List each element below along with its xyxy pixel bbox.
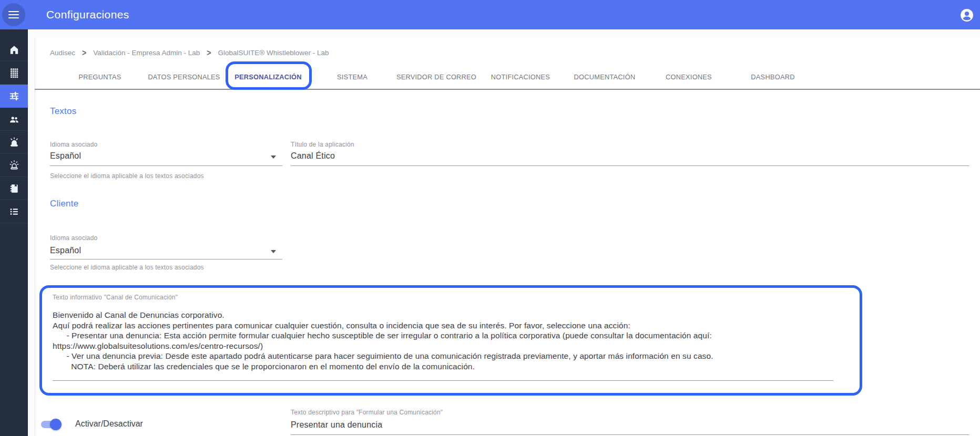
breadcrumb: Audisec > Validación - Empresa Admin - L… (50, 48, 329, 57)
list-icon (8, 206, 20, 217)
chevron-down-icon[interactable] (271, 155, 276, 159)
tab-documentacion[interactable]: DOCUMENTACIÓN (563, 64, 647, 89)
field-helper: Seleccione el idioma aplicable a los tex… (50, 264, 204, 271)
siren-outline-icon (8, 160, 20, 171)
account-circle-icon (960, 8, 974, 22)
info-textarea[interactable]: Bienvenido al Canal de Denuncias corpora… (53, 310, 841, 372)
app-header: Configuraciones (0, 0, 980, 29)
tab-notificaciones[interactable]: NOTIFICACIONES (478, 64, 563, 89)
home-icon (8, 44, 20, 56)
page-title: Configuraciones (46, 0, 129, 29)
sidebar-item-incidents[interactable] (0, 154, 28, 177)
section-heading-cliente: Cliente (50, 199, 78, 209)
sidebar-item-documentation[interactable] (0, 177, 28, 200)
input-underline (291, 165, 969, 166)
tab-datos-personales[interactable]: DATOS PERSONALES (142, 64, 226, 89)
hamburger-icon (8, 9, 19, 20)
content-card-left-border (35, 38, 35, 436)
tab-conexiones[interactable]: CONEXIONES (647, 64, 731, 89)
configurations-page: Configuraciones (0, 0, 980, 436)
building-icon (8, 67, 20, 79)
sidebar-nav (0, 29, 28, 436)
input-underline (50, 165, 282, 166)
sidebar-item-lists[interactable] (0, 200, 28, 223)
tab-preguntas[interactable]: PREGUNTAS (58, 64, 142, 89)
tabs-divider (35, 89, 980, 90)
select-value: Español (50, 246, 81, 255)
info-text-highlight-ring: Texto informativo "Canal de Comunicación… (39, 285, 862, 396)
siren-filled-icon (8, 137, 20, 148)
tab-sistema[interactable]: SISTEMA (310, 64, 394, 89)
breadcrumb-item-module[interactable]: GlobalSUITE® Whistleblower - Lab (218, 49, 329, 57)
activate-toggle[interactable] (41, 421, 60, 428)
people-icon (8, 113, 20, 125)
sidebar-item-settings[interactable] (0, 85, 28, 108)
hamburger-menu-button[interactable] (2, 3, 25, 26)
select-value: Español (50, 151, 81, 161)
tab-personalizacion[interactable]: PERSONALIZACIÓN (226, 64, 310, 89)
sidebar-item-home[interactable] (0, 38, 28, 61)
sidebar-item-users[interactable] (0, 108, 28, 131)
field-label: Texto descriptivo para "Formular una Com… (291, 409, 443, 416)
field-helper: Seleccione el idioma aplicable a los tex… (50, 172, 204, 180)
field-label: Idioma asociado (50, 234, 97, 242)
field-label: Título de la aplicación (291, 141, 354, 148)
chevron-right-icon: > (82, 48, 86, 57)
tab-bar: PREGUNTAS DATOS PERSONALES PERSONALIZACI… (58, 64, 815, 89)
section-heading-textos: Textos (50, 106, 76, 117)
sidebar-item-alerts[interactable] (0, 131, 28, 154)
sliders-icon (8, 90, 20, 102)
toggle-thumb (50, 419, 62, 430)
field-label: Idioma asociado (50, 141, 97, 148)
tab-servidor-de-correo[interactable]: SERVIDOR DE CORREO (394, 64, 478, 89)
breadcrumb-item-audisec[interactable]: Audisec (50, 49, 75, 57)
textarea-underline (53, 380, 833, 381)
toggle-label: Activar/Desactivar (75, 419, 143, 429)
input-underline (50, 259, 282, 259)
account-button[interactable] (960, 8, 974, 22)
chevron-down-icon[interactable] (271, 250, 276, 253)
input-value: Canal Ético (291, 151, 335, 161)
notebook-icon (8, 183, 20, 194)
sidebar-item-company[interactable] (0, 61, 28, 85)
chevron-right-icon: > (207, 48, 211, 57)
breadcrumb-item-company[interactable]: Validación - Empresa Admin - Lab (93, 49, 200, 57)
main-content: Audisec > Validación - Empresa Admin - L… (28, 29, 980, 436)
input-underline (291, 434, 969, 435)
input-value: Presentar una denuncia (291, 420, 382, 430)
field-label: Texto informativo "Canal de Comunicación… (53, 294, 178, 301)
tab-dashboard[interactable]: DASHBOARD (731, 64, 815, 89)
